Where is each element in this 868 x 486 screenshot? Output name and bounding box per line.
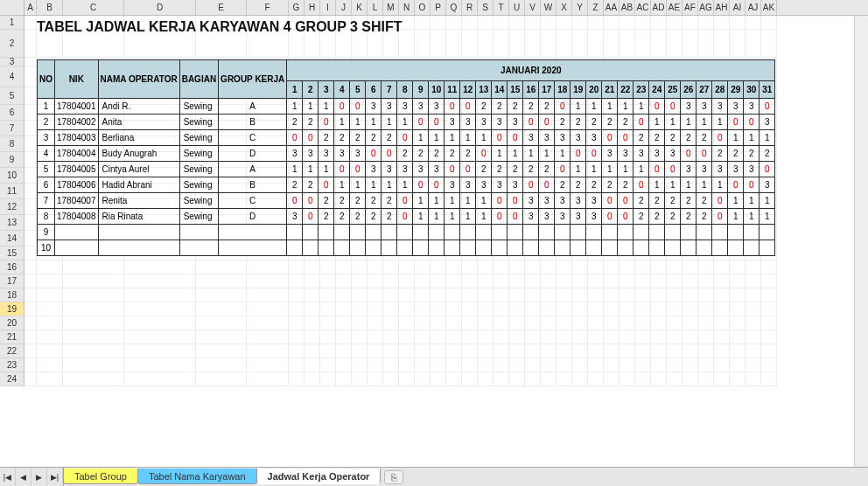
cell[interactable]: 2 [444,146,460,162]
cell[interactable]: 3 [350,146,366,162]
cell[interactable]: 0 [334,162,350,177]
cell[interactable]: 3 [760,177,775,193]
cell[interactable]: A [219,162,287,177]
cell[interactable]: 0 [508,193,523,209]
cell[interactable]: Sewing [179,99,218,115]
cell[interactable]: 1 [696,115,712,130]
cell[interactable]: 1 [760,209,775,225]
cell[interactable]: 3 [586,193,602,209]
cell[interactable]: 1 [382,177,397,193]
cell[interactable]: 0 [760,99,775,115]
cell[interactable]: 0 [350,99,366,115]
row-header[interactable]: 8 [0,136,24,152]
cell[interactable]: 2 [586,115,602,130]
cell[interactable]: Sewing [179,162,218,177]
cell[interactable] [570,240,586,256]
cell[interactable]: 2 [665,130,681,146]
row-header[interactable]: 18 [0,288,24,302]
cell[interactable]: 0 [397,193,413,209]
column-header[interactable]: A [24,0,37,15]
cell[interactable]: 2 [366,209,382,225]
cell[interactable]: 1 [728,130,744,146]
cell[interactable]: 2 [350,193,366,209]
cell[interactable]: 1 [444,209,460,225]
cell[interactable]: 0 [634,177,649,193]
cell[interactable]: 0 [444,162,460,177]
cell[interactable] [649,240,665,256]
cell[interactable] [397,225,413,240]
row-header[interactable]: 15 [0,246,24,260]
cell[interactable]: 1 [444,130,460,146]
row-header[interactable]: 23 [0,358,24,372]
cell[interactable]: 3 [523,130,539,146]
tab-nav-prev[interactable]: ◀ [16,468,32,486]
cell[interactable]: 3 [555,193,570,209]
select-all-corner[interactable] [0,0,24,16]
cell[interactable]: 3 [712,162,728,177]
cell[interactable]: 0 [413,115,429,130]
cell[interactable]: 3 [318,146,334,162]
row-header[interactable]: 17 [0,274,24,288]
cell[interactable]: 3 [696,99,712,115]
tab-nav-first[interactable]: |◀ [0,468,16,486]
cell[interactable] [586,240,602,256]
cell[interactable] [681,240,696,256]
cell[interactable]: 0 [634,115,649,130]
cell[interactable]: 1 [413,193,429,209]
cell[interactable]: 1 [681,115,696,130]
cell[interactable]: 1 [602,99,618,115]
cell[interactable]: 2 [350,130,366,146]
row-header[interactable]: 20 [0,316,24,330]
row-header[interactable]: 1 [0,16,24,30]
cell[interactable]: 0 [696,146,712,162]
cell[interactable]: 2 [555,177,570,193]
cell[interactable]: 2 [476,99,492,115]
cell[interactable]: 3 [429,162,444,177]
cell[interactable]: 0 [523,177,539,193]
cell[interactable]: 3 [681,99,696,115]
cell[interactable]: Sewing [179,193,218,209]
cell[interactable] [98,240,179,256]
cell[interactable]: C [219,193,287,209]
sheet-tab[interactable]: Tabel Nama Karyawan [137,469,257,484]
cell[interactable]: 7 [38,193,55,209]
cell[interactable]: 0 [366,146,382,162]
cell[interactable] [318,225,334,240]
cell[interactable]: 0 [728,177,744,193]
cell[interactable]: 0 [318,177,334,193]
cell[interactable] [179,225,218,240]
column-header[interactable]: U [509,0,525,15]
cell[interactable]: 1 [570,99,586,115]
cell[interactable]: 1 [460,193,476,209]
cell[interactable]: 3 [728,162,744,177]
cell[interactable]: 3 [508,177,523,193]
cell[interactable] [55,240,99,256]
cell[interactable] [413,240,429,256]
column-header[interactable]: Q [446,0,462,15]
column-header[interactable]: M [383,0,399,15]
cell[interactable]: 1 [397,177,413,193]
cell[interactable]: 17804003 [55,130,99,146]
cell[interactable] [618,240,634,256]
cell[interactable]: 0 [429,177,444,193]
row-header[interactable]: 24 [0,372,24,386]
cell[interactable]: 3 [492,177,508,193]
cell[interactable] [366,225,382,240]
cell[interactable]: 3 [444,115,460,130]
column-header[interactable]: AB [620,0,635,15]
cell[interactable]: Ria Rinata [98,209,179,225]
cell[interactable] [665,240,681,256]
cell[interactable]: 0 [397,130,413,146]
cell[interactable]: 0 [318,115,334,130]
cell[interactable]: 2 [760,146,775,162]
cell[interactable]: Anita [98,115,179,130]
cell[interactable]: 2 [382,209,397,225]
cell[interactable]: Sewing [179,146,218,162]
cell[interactable]: 3 [429,99,444,115]
cell[interactable]: 1 [429,130,444,146]
column-header[interactable]: F [247,0,289,15]
cell[interactable]: 0 [649,99,665,115]
cell[interactable]: 0 [492,209,508,225]
cell[interactable]: D [219,146,287,162]
cell[interactable]: 2 [334,193,350,209]
